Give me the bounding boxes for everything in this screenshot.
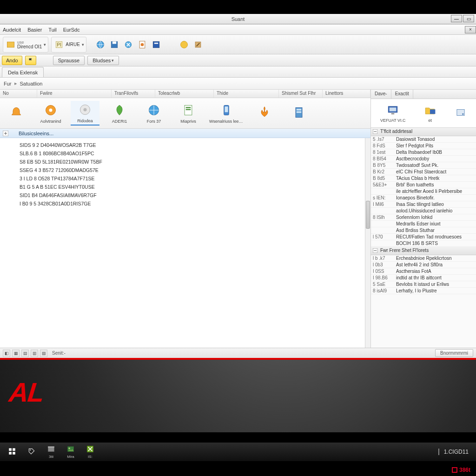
tab-1[interactable]: Dela Exlensk bbox=[2, 67, 44, 77]
side-list-row[interactable]: s IEN:Ionaepos Binetofir. bbox=[371, 195, 476, 201]
status-icon-5[interactable]: ▧ bbox=[40, 350, 47, 357]
list-row[interactable]: 3 I LD 8 O528 TP413784A7F71SE bbox=[20, 174, 366, 183]
side-list-row[interactable]: I 98.B6indtid at thr IB aittcorrt bbox=[371, 275, 476, 281]
breadcrumb: Fur ▸ Satuatlion bbox=[0, 78, 476, 90]
taskbar-item-2[interactable]: 3tii bbox=[42, 444, 60, 460]
toolbar-group-project[interactable]: use Direncd OI1 ▾ bbox=[3, 37, 48, 53]
chevron-down-icon: ▾ bbox=[44, 42, 46, 47]
list-row[interactable]: S8 EB 5D 5L181RE0210WR0W T5BF bbox=[20, 158, 366, 166]
vertical-scrollbar[interactable] bbox=[365, 138, 370, 348]
list-row[interactable]: I B0 9 5 3428CB01A0D1RIS7GE bbox=[20, 199, 366, 208]
report-icon[interactable] bbox=[137, 39, 148, 50]
menu-item-1[interactable]: Basier bbox=[27, 27, 42, 33]
ribbon-item-0[interactable] bbox=[2, 104, 31, 123]
list-row[interactable]: SLB.6 B 1 8086BC8B40AO1F5PC bbox=[20, 149, 366, 158]
status-icon-1[interactable]: ◧ bbox=[3, 350, 10, 357]
taskbar-item-4[interactable]: IS: bbox=[81, 444, 99, 460]
list-row[interactable]: SID1 B4 DA646FASIA8MAV6R7GF bbox=[20, 191, 366, 199]
ribbon-item-3[interactable]: ADERI1 bbox=[105, 101, 134, 125]
window-close-button[interactable]: × bbox=[465, 26, 476, 33]
side-list-row[interactable]: I 0SSAscthersias FotA bbox=[371, 268, 476, 275]
side-list-row[interactable]: 8 BI54Asctbecrocdoby bbox=[371, 156, 476, 162]
column-header[interactable]: TranFilovifs bbox=[112, 90, 155, 98]
column-header[interactable]: Fwiire bbox=[37, 90, 112, 98]
side-list-row[interactable]: B Kr2eIC Clhi Fhst Staerdcact bbox=[371, 169, 476, 175]
filter-button-2[interactable]: Bludses▾ bbox=[87, 56, 119, 65]
side-list-row[interactable]: BOCIH 186 B SRTS bbox=[371, 240, 476, 247]
side-shortcut-1[interactable]: et bbox=[424, 104, 436, 123]
svg-rect-37 bbox=[9, 452, 12, 455]
breadcrumb-seg-1[interactable]: Fur bbox=[4, 81, 12, 86]
database-icon[interactable] bbox=[151, 39, 162, 50]
side-list-row[interactable]: 8 isAl9Lerhatly, I lo Plustre bbox=[371, 288, 476, 294]
side-list-row[interactable]: l 570RECUf/Fatlen Tad nrodnuesoes bbox=[371, 234, 476, 240]
side-list-row[interactable]: 8 1estDelta Ihsbaedoef Ib0B bbox=[371, 149, 476, 156]
status-action-button[interactable]: Bnormmmrmi bbox=[435, 349, 473, 357]
coin-icon[interactable] bbox=[178, 39, 190, 50]
save-icon[interactable] bbox=[109, 39, 120, 50]
window-minimize-button[interactable]: — bbox=[451, 15, 462, 22]
action-button-icon[interactable] bbox=[25, 56, 36, 65]
taskbar-item-1[interactable] bbox=[22, 444, 41, 460]
ribbon-item-4[interactable]: Fors 37 bbox=[139, 101, 168, 125]
ribbon-item-2[interactable]: Ridodea bbox=[71, 101, 99, 126]
side-list-row[interactable]: Medrarlls Edser ixiuxt bbox=[371, 221, 476, 227]
tools-icon[interactable] bbox=[192, 39, 204, 50]
status-icon-4[interactable]: ▥ bbox=[31, 350, 38, 357]
ribbon-item-1[interactable]: Aolvtranind bbox=[36, 101, 65, 125]
action-button-primary[interactable]: Ando bbox=[2, 56, 22, 65]
taskbar-item-3[interactable]: Mira bbox=[61, 444, 80, 460]
refresh-icon[interactable] bbox=[123, 39, 134, 50]
globe-icon[interactable] bbox=[95, 39, 106, 50]
menu-item-3[interactable]: EurSdc bbox=[63, 27, 80, 33]
column-header[interactable]: No bbox=[0, 90, 37, 98]
side-list-row[interactable]: ile atcHeffler Aoed Ii Pelrbersibe bbox=[371, 188, 476, 195]
side-shortcut-0[interactable]: VEFUAT VI.C bbox=[380, 104, 406, 123]
xbox-green-icon bbox=[86, 445, 94, 454]
status-icon-3[interactable]: ▤ bbox=[21, 350, 29, 357]
side-list-row[interactable]: 5 .Is7Dasiowsit Tonasod bbox=[371, 136, 476, 143]
svg-rect-5 bbox=[112, 41, 116, 44]
side-list-row[interactable]: aolod.Uihissiduced ianlehio bbox=[371, 208, 476, 214]
ribbon-item-8[interactable] bbox=[284, 104, 313, 123]
side-list-row[interactable]: Asd Brdiss Stuthar bbox=[371, 227, 476, 234]
side-section-header-2[interactable]: Fwr Frere Shet Fl'lorets bbox=[371, 247, 476, 255]
list-group-header[interactable]: Bilusicsleeins... bbox=[0, 129, 370, 138]
side-list-row[interactable]: 5 SaEBevlobs It istaxd ur Erilws bbox=[371, 281, 476, 288]
ribbon-item-5[interactable]: Miaprivs bbox=[174, 101, 203, 125]
collapse-icon bbox=[373, 129, 377, 134]
side-list-row[interactable]: B 8Y5Twdosatodf Suvt Pk. bbox=[371, 162, 476, 169]
column-header[interactable]: Linettors bbox=[323, 90, 370, 98]
status-icon-2[interactable]: ▦ bbox=[12, 350, 20, 357]
column-header[interactable]: Thide bbox=[214, 90, 279, 98]
toolbar-group-device[interactable]: PI AIRUE ▾ bbox=[51, 37, 86, 53]
svg-point-11 bbox=[180, 41, 187, 48]
side-list-row[interactable]: l 0b3Ast lethr4li 2 ind Sfl0ra bbox=[371, 262, 476, 268]
data-list[interactable]: SIDS 9 2 D40440WOSAR2B T7GESLB.6 B 1 808… bbox=[0, 138, 370, 348]
side-list-row[interactable]: 5&E3+Brbl' Bon tuathetts bbox=[371, 182, 476, 188]
column-header[interactable]: Toleacrlwb bbox=[155, 90, 214, 98]
side-section-header-1[interactable]: T'flcit addirtesal bbox=[371, 128, 476, 136]
taskbar-item-0[interactable] bbox=[3, 444, 21, 460]
ribbon-item-7[interactable] bbox=[250, 104, 279, 123]
filter-button-1[interactable]: Sprausse bbox=[53, 56, 85, 65]
side-shortcut-2[interactable] bbox=[455, 106, 467, 120]
side-tab-2[interactable]: Exactit bbox=[391, 90, 413, 99]
list-row[interactable]: B1 G 5 A B 51EC ESV4HIYT0USE bbox=[20, 183, 366, 191]
list-row[interactable]: SSEG 4 3 B572 712060DMADG57E bbox=[20, 166, 366, 174]
taskbar-clock[interactable]: 1.CIGD11 bbox=[438, 449, 473, 455]
side-tab-1[interactable]: Dave- bbox=[371, 90, 391, 99]
side-list-row[interactable]: I Mil6Ihaa Slac tilingrd latlieo bbox=[371, 201, 476, 208]
side-list-row[interactable]: 8 ISlhSorlennlorn Iohkd bbox=[371, 214, 476, 221]
list-row[interactable]: SIDS 9 2 D40440WOSAR2B T7GE bbox=[20, 141, 366, 149]
menu-item-2[interactable]: Tuil bbox=[48, 27, 56, 33]
scrollbar-thumb[interactable] bbox=[366, 201, 370, 229]
ribbon-item-6[interactable]: Wsenalriuss leeapta bbox=[208, 101, 245, 125]
column-header[interactable]: Shismel Sut Flhr bbox=[279, 90, 323, 98]
window-maximize-button[interactable]: ▭ bbox=[463, 15, 474, 22]
breadcrumb-seg-2[interactable]: Satuatlion bbox=[20, 81, 43, 86]
side-list-row[interactable]: 8 FdSSler f Pedgtot Pits bbox=[371, 143, 476, 149]
side-list-row[interactable]: B 8d5TAcius Cblas b Hretk bbox=[371, 175, 476, 182]
menu-item-0[interactable]: Audelcit bbox=[3, 27, 21, 33]
side-list-row[interactable]: l b .k7Ercheabdnioe Rpeklicrtosn bbox=[371, 255, 476, 262]
